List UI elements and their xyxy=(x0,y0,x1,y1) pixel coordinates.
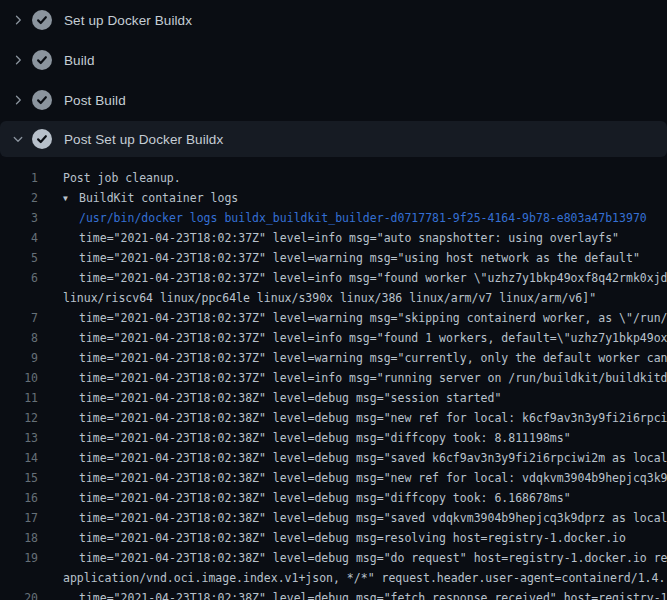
log-line: 11 time="2021-04-23T18:02:38Z" level=deb… xyxy=(0,388,667,408)
log-text: time="2021-04-23T18:02:38Z" level=debug … xyxy=(79,448,667,468)
log-line: 20 time="2021-04-23T18:02:38Z" level=deb… xyxy=(0,588,667,600)
log-text: time="2021-04-23T18:02:38Z" level=debug … xyxy=(79,528,626,548)
chevron-right-icon xyxy=(10,12,26,28)
line-number[interactable]: 9 xyxy=(0,348,38,368)
line-number[interactable]: 14 xyxy=(0,448,38,468)
line-number[interactable]: 17 xyxy=(0,508,38,528)
log-line: 4 time="2021-04-23T18:02:37Z" level=info… xyxy=(0,228,667,248)
log-line-wrap-continuation: linux/riscv64 linux/ppc64le linux/s390x … xyxy=(0,288,667,308)
step-header-build[interactable]: Build xyxy=(0,40,667,80)
log-line: 13 time="2021-04-23T18:02:38Z" level=deb… xyxy=(0,428,667,448)
step-label: Post Build xyxy=(64,93,126,108)
log-output: 1 Post job cleanup. 2 ▼BuildKit containe… xyxy=(0,157,667,600)
log-text: time="2021-04-23T18:02:37Z" level=info m… xyxy=(79,368,667,388)
line-number[interactable]: 4 xyxy=(0,228,38,248)
line-number[interactable]: 7 xyxy=(0,308,38,328)
log-text: Post job cleanup. xyxy=(63,168,181,188)
step-label: Post Set up Docker Buildx xyxy=(64,132,223,147)
log-text: time="2021-04-23T18:02:37Z" level=warnin… xyxy=(79,248,640,268)
log-group-toggle[interactable]: 2 ▼BuildKit container logs xyxy=(0,188,667,208)
line-number[interactable]: 10 xyxy=(0,368,38,388)
log-line: 14 time="2021-04-23T18:02:38Z" level=deb… xyxy=(0,448,667,468)
log-line: 9 time="2021-04-23T18:02:37Z" level=warn… xyxy=(0,348,667,368)
line-number[interactable]: 15 xyxy=(0,468,38,488)
line-number[interactable]: 20 xyxy=(0,588,38,600)
step-label: Set up Docker Buildx xyxy=(64,13,192,28)
chevron-right-icon xyxy=(10,52,26,68)
log-line: 15 time="2021-04-23T18:02:38Z" level=deb… xyxy=(0,468,667,488)
line-number[interactable]: 18 xyxy=(0,528,38,548)
log-line: 17 time="2021-04-23T18:02:38Z" level=deb… xyxy=(0,508,667,528)
log-text: time="2021-04-23T18:02:37Z" level=warnin… xyxy=(79,308,667,328)
log-line-wrap-continuation: application/vnd.oci.image.index.v1+json,… xyxy=(0,568,667,588)
log-text: time="2021-04-23T18:02:37Z" level=warnin… xyxy=(79,348,667,368)
log-line: 6 time="2021-04-23T18:02:37Z" level=info… xyxy=(0,268,667,288)
log-text: time="2021-04-23T18:02:37Z" level=info m… xyxy=(79,328,667,348)
step-header-post-setup-docker-buildx[interactable]: Post Set up Docker Buildx xyxy=(0,121,667,157)
chevron-down-icon xyxy=(10,131,26,147)
step-header-post-build[interactable]: Post Build xyxy=(0,80,667,120)
log-line-command: 3 /usr/bin/docker logs buildx_buildkit_b… xyxy=(0,208,667,228)
log-line: 8 time="2021-04-23T18:02:37Z" level=info… xyxy=(0,328,667,348)
line-number[interactable]: 5 xyxy=(0,248,38,268)
line-number[interactable]: 2 xyxy=(0,188,38,208)
check-circle-icon xyxy=(32,10,52,30)
step-label: Build xyxy=(64,53,95,68)
check-circle-icon xyxy=(32,50,52,70)
log-text: time="2021-04-23T18:02:38Z" level=debug … xyxy=(79,588,667,600)
log-line: 7 time="2021-04-23T18:02:37Z" level=warn… xyxy=(0,308,667,328)
log-text: time="2021-04-23T18:02:38Z" level=debug … xyxy=(79,408,667,428)
line-number[interactable]: 3 xyxy=(0,208,38,228)
line-number[interactable]: 8 xyxy=(0,328,38,348)
log-line: 19 time="2021-04-23T18:02:38Z" level=deb… xyxy=(0,548,667,568)
line-number[interactable]: 6 xyxy=(0,268,38,288)
line-number[interactable]: 19 xyxy=(0,548,38,568)
actions-log-viewer: Set up Docker Buildx Build Post Build xyxy=(0,0,667,600)
check-circle-icon xyxy=(32,90,52,110)
log-text: linux/riscv64 linux/ppc64le linux/s390x … xyxy=(63,288,596,308)
log-text: time="2021-04-23T18:02:38Z" level=debug … xyxy=(79,488,571,508)
log-text: time="2021-04-23T18:02:37Z" level=info m… xyxy=(79,268,667,288)
log-text: time="2021-04-23T18:02:38Z" level=debug … xyxy=(79,508,667,528)
chevron-right-icon xyxy=(10,92,26,108)
step-list: Set up Docker Buildx Build Post Build xyxy=(0,0,667,157)
log-text: ▼BuildKit container logs xyxy=(63,188,238,208)
log-text: /usr/bin/docker logs buildx_buildkit_bui… xyxy=(79,208,647,228)
line-number[interactable]: 13 xyxy=(0,428,38,448)
group-title: BuildKit container logs xyxy=(79,191,238,205)
step-header-setup-docker-buildx[interactable]: Set up Docker Buildx xyxy=(0,0,667,40)
line-number[interactable]: 12 xyxy=(0,408,38,428)
log-text: time="2021-04-23T18:02:38Z" level=debug … xyxy=(79,428,571,448)
line-number xyxy=(0,288,38,308)
log-line: 18 time="2021-04-23T18:02:38Z" level=deb… xyxy=(0,528,667,548)
log-line: 16 time="2021-04-23T18:02:38Z" level=deb… xyxy=(0,488,667,508)
log-text: time="2021-04-23T18:02:38Z" level=debug … xyxy=(79,468,667,488)
log-text: time="2021-04-23T18:02:38Z" level=debug … xyxy=(79,388,501,408)
log-text: time="2021-04-23T18:02:38Z" level=debug … xyxy=(79,548,667,568)
check-circle-icon xyxy=(32,129,52,149)
log-line: 5 time="2021-04-23T18:02:37Z" level=warn… xyxy=(0,248,667,268)
line-number[interactable]: 1 xyxy=(0,168,38,188)
line-number[interactable]: 11 xyxy=(0,388,38,408)
line-number[interactable]: 16 xyxy=(0,488,38,508)
log-text: time="2021-04-23T18:02:37Z" level=info m… xyxy=(79,228,619,248)
log-line: 1 Post job cleanup. xyxy=(0,168,667,188)
log-text: application/vnd.oci.image.index.v1+json,… xyxy=(63,568,665,588)
log-line: 12 time="2021-04-23T18:02:38Z" level=deb… xyxy=(0,408,667,428)
line-number xyxy=(0,568,38,588)
log-line: 10 time="2021-04-23T18:02:37Z" level=inf… xyxy=(0,368,667,388)
triangle-down-icon[interactable]: ▼ xyxy=(63,189,79,208)
